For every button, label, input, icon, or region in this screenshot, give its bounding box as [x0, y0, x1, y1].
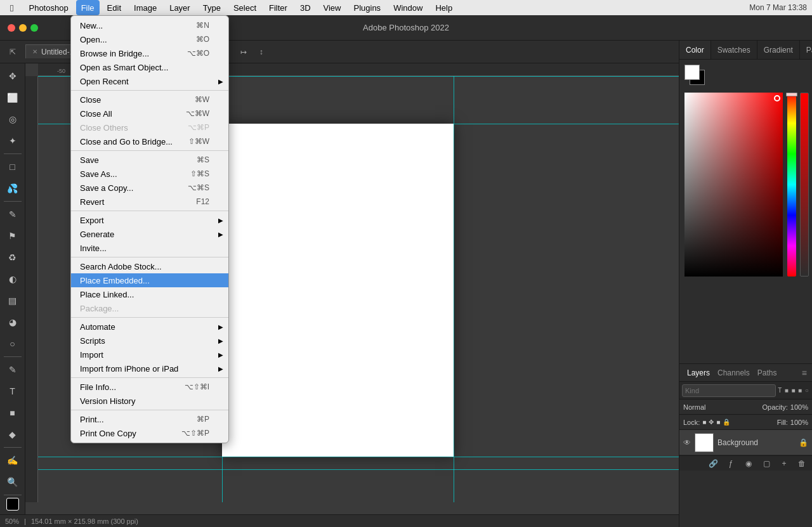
delete-layer-icon[interactable]: 🗑 [794, 456, 809, 471]
lock-all-icon[interactable]: 🔒 [723, 419, 730, 426]
document-tabs: ✕ Untitled-1 [25, 41, 152, 58]
doc-tab-untitled[interactable]: ✕ Untitled-1 [25, 44, 81, 58]
tool-lasso[interactable]: ◎ [3, 109, 23, 129]
menu-3d[interactable]: 3D [295, 0, 316, 15]
layers-panel-header: Layers Channels Paths ≡ [679, 364, 812, 382]
doc-tab-close[interactable]: ✕ [32, 48, 37, 55]
toolbar-move-tool[interactable]: ⇱ [5, 44, 20, 60]
menu-view[interactable]: View [318, 0, 346, 15]
menu-plugins[interactable]: Plugins [348, 0, 386, 15]
menu-select[interactable]: Select [228, 0, 261, 15]
ruler-vertical [25, 76, 38, 502]
tab-layers[interactable]: Layers [684, 368, 712, 377]
layer-filter-toggle[interactable]: ○ [804, 383, 809, 398]
tool-eraser[interactable]: ◐ [3, 269, 23, 289]
tool-clone[interactable]: ⚑ [3, 226, 23, 246]
menu-window[interactable]: Window [388, 0, 428, 15]
layers-panel: Layers Channels Paths ≡ T ■ ■ ■ ○ Normal… [679, 364, 812, 527]
3d-rotate[interactable]: ↻ [183, 44, 198, 60]
menu-bar-right: Mon 7 Mar 13:38 [749, 3, 807, 12]
close-button[interactable] [8, 24, 15, 32]
menu-help[interactable]: Help [430, 0, 457, 15]
minimize-button[interactable] [19, 24, 27, 32]
create-group-icon[interactable]: ▢ [759, 456, 774, 471]
tool-brush[interactable]: ✎ [3, 204, 23, 224]
layer-visibility-icon[interactable]: 👁 [683, 438, 691, 447]
fg-bg-swatches[interactable] [684, 65, 707, 88]
hue-slider[interactable] [787, 93, 796, 277]
doc-tab-title: Untitled-1 [41, 48, 74, 56]
layers-search-input[interactable] [682, 384, 776, 397]
tab-color[interactable]: Color [679, 41, 711, 59]
menu-file[interactable]: File [76, 0, 100, 15]
status-separator: | [24, 517, 26, 525]
tab-patterns[interactable]: Patterns [800, 41, 812, 59]
color-saturation-box[interactable] [684, 93, 783, 277]
hue-cursor [786, 93, 797, 96]
menu-photoshop[interactable]: Photoshop [23, 0, 73, 15]
add-mask-icon[interactable]: ◉ [741, 456, 756, 471]
tab-swatches[interactable]: Swatches [711, 41, 757, 59]
tool-eyedrop[interactable]: 💦 [3, 178, 23, 198]
tool-history[interactable]: ♻ [3, 247, 23, 268]
layer-item-background[interactable]: 👁 Background 🔒 [679, 430, 812, 455]
layer-kind-filter[interactable]: T [777, 383, 783, 398]
lock-artboard-icon[interactable]: ■ [716, 419, 720, 426]
3d-slide[interactable]: ↦ [236, 44, 251, 60]
layers-toolbar: T ■ ■ ■ ○ [679, 382, 812, 400]
tool-text[interactable]: T [3, 381, 23, 401]
right-panel: Color Swatches Gradient Patterns [679, 41, 812, 527]
layer-filter-icon[interactable]: ■ [784, 383, 790, 398]
blend-mode-row: Normal Opacity: 100% [679, 400, 812, 415]
panel-options-icon[interactable]: ≡ [802, 368, 807, 378]
tool-dodge[interactable]: ○ [3, 334, 23, 354]
lock-pixels-icon[interactable]: ■ [702, 419, 706, 426]
menu-edit[interactable]: Edit [102, 0, 126, 15]
apple-menu[interactable]:  [5, 0, 18, 15]
tool-move[interactable]: ✥ [3, 66, 23, 86]
layers-footer: 🔗 ƒ ◉ ▢ + 🗑 [679, 455, 812, 471]
tool-sep-3 [4, 356, 22, 357]
tab-paths[interactable]: Paths [755, 368, 780, 377]
layer-filter-icon3[interactable]: ■ [797, 383, 803, 398]
tool-shape[interactable]: ■ [3, 403, 23, 423]
menu-layer[interactable]: Layer [164, 0, 195, 15]
tab-gradient[interactable]: Gradient [757, 41, 800, 59]
ruler-horizontal: -50 0 50 100 150 200 250 [38, 63, 679, 76]
opacity-value: 100% [790, 403, 808, 411]
layer-lock-icon: 🔒 [799, 438, 808, 447]
layer-effects-icon[interactable]: ƒ [723, 456, 738, 471]
opacity-slider[interactable] [800, 93, 809, 277]
create-layer-icon[interactable]: + [776, 456, 792, 471]
tab-channels[interactable]: Channels [715, 368, 752, 377]
menu-filter[interactable]: Filter [264, 0, 292, 15]
menu-image[interactable]: Image [129, 0, 162, 15]
lock-label: Lock: [683, 419, 700, 426]
foreground-color[interactable] [6, 498, 19, 511]
canvas-content [38, 76, 679, 502]
tool-select[interactable]: ⬜ [3, 88, 23, 108]
foreground-swatch[interactable] [684, 65, 700, 80]
datetime: Mon 7 Mar 13:38 [749, 3, 807, 12]
tool-pen[interactable]: ✎ [3, 360, 23, 380]
3d-pan[interactable]: ✥ [200, 44, 216, 60]
tool-zoom[interactable]: 🔍 [3, 472, 23, 492]
tool-hand[interactable]: ✍ [3, 450, 23, 471]
tool-sep-2 [4, 201, 22, 202]
tool-wand[interactable]: ✦ [3, 131, 23, 151]
menu-type[interactable]: Type [198, 0, 226, 15]
3d-roll[interactable]: ↻ [218, 44, 233, 60]
guide-v-2 [454, 76, 454, 502]
lock-row: Lock: ■ ✥ ■ 🔒 Fill: 100% [679, 415, 812, 430]
lock-position-icon[interactable]: ✥ [709, 419, 714, 426]
tool-3d[interactable]: ◆ [3, 424, 23, 445]
3d-scale[interactable]: ↕ [254, 44, 269, 60]
tool-blur[interactable]: ◕ [3, 312, 23, 332]
maximize-button[interactable] [30, 24, 38, 32]
zoom-level: 50% [5, 517, 19, 525]
tool-crop[interactable]: □ [3, 157, 23, 177]
document-canvas [222, 124, 454, 457]
tool-gradient[interactable]: ▤ [3, 290, 23, 311]
link-layers-icon[interactable]: 🔗 [705, 456, 721, 471]
layer-filter-icon2[interactable]: ■ [790, 383, 796, 398]
